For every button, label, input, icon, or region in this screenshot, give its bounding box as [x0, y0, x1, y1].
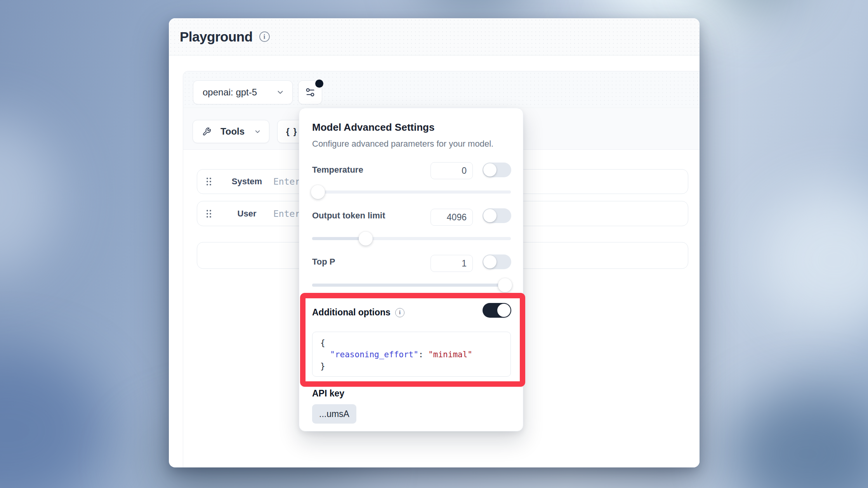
toggle-knob	[483, 209, 496, 222]
temperature-label: Temperature	[312, 165, 363, 175]
message-input-placeholder[interactable]: Enter	[273, 170, 300, 194]
settings-notification-dot	[315, 80, 323, 88]
braces-button-label: { }	[286, 126, 297, 137]
top-p-label: Top P	[312, 257, 335, 267]
model-toolbar: openai: gpt-5	[183, 71, 700, 108]
message-role-label: System	[220, 170, 274, 194]
popover-subtitle: Configure advanced parameters for your m…	[312, 139, 493, 149]
message-input-placeholder[interactable]: Enter	[273, 201, 300, 226]
output-token-limit-value: 4096	[447, 212, 467, 223]
api-key-value: ...umsA	[319, 409, 349, 419]
api-key-label: API key	[312, 388, 344, 399]
chevron-down-icon	[276, 88, 285, 97]
page-title: Playground	[180, 29, 253, 45]
toggle-knob	[483, 163, 496, 177]
highlight-annotation-rectangle	[300, 293, 525, 387]
temperature-input[interactable]: 0	[431, 162, 473, 179]
temperature-toggle[interactable]	[483, 163, 511, 177]
output-token-limit-input[interactable]: 4096	[431, 209, 473, 226]
output-token-limit-toggle[interactable]	[483, 208, 511, 223]
wrench-icon	[202, 127, 211, 136]
slider-thumb[interactable]	[359, 232, 373, 246]
message-role-label: User	[220, 201, 274, 226]
temperature-slider[interactable]	[312, 190, 511, 194]
top-p-toggle[interactable]	[483, 254, 511, 269]
slider-thumb[interactable]	[311, 185, 325, 199]
info-icon[interactable]: i	[259, 31, 270, 42]
temperature-value: 0	[462, 166, 467, 176]
output-token-limit-slider[interactable]	[312, 237, 511, 240]
top-p-input[interactable]: 1	[431, 255, 473, 272]
page-header: Playground i	[169, 18, 700, 55]
drag-handle-icon[interactable]	[207, 178, 211, 185]
sliders-icon	[305, 87, 316, 98]
drag-handle-icon[interactable]	[207, 210, 211, 218]
chevron-down-icon	[254, 128, 261, 135]
slider-thumb[interactable]	[498, 278, 512, 292]
model-selector-dropdown[interactable]: openai: gpt-5	[193, 80, 293, 104]
tools-dropdown-button[interactable]: Tools	[193, 120, 269, 143]
tools-button-label: Tools	[220, 126, 245, 137]
top-p-value: 1	[462, 258, 467, 269]
output-token-limit-label: Output token limit	[312, 211, 385, 221]
model-selector-value: openai: gpt-5	[203, 87, 257, 98]
api-key-chip[interactable]: ...umsA	[312, 404, 356, 424]
popover-title: Model Advanced Settings	[312, 121, 434, 133]
model-settings-button[interactable]	[298, 80, 322, 104]
toggle-knob	[483, 255, 496, 268]
top-p-slider[interactable]	[312, 284, 511, 287]
